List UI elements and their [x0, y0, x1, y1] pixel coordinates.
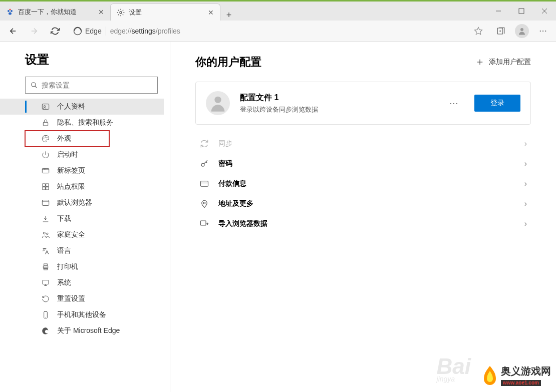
favorite-star-icon[interactable] [474, 27, 483, 36]
profile-more-button[interactable]: ⋯ [444, 98, 464, 109]
sidebar-item-about[interactable]: 关于 Microsoft Edge [0, 323, 164, 339]
lock-icon [41, 119, 50, 127]
tab-settings[interactable]: 设置 ✕ [110, 4, 220, 21]
sidebar-item-languages[interactable]: 语言 [0, 243, 164, 259]
sidebar-item-label: 手机和其他设备 [57, 310, 106, 319]
svg-point-34 [47, 233, 48, 234]
svg-point-4 [120, 12, 122, 14]
titlebar: 百度一下，你就知道 ✕ 设置 ✕ + [0, 2, 556, 21]
minimize-button[interactable] [487, 2, 510, 21]
back-button[interactable] [3, 22, 23, 40]
flame-icon [481, 365, 499, 387]
divider [106, 27, 106, 36]
close-icon[interactable]: ✕ [98, 8, 104, 16]
key-icon [199, 159, 209, 168]
profile-name: 配置文件 1 [240, 93, 434, 103]
sidebar-item-default-browser[interactable]: 默认浏览器 [0, 195, 164, 211]
chevron-right-icon: › [524, 219, 527, 228]
sidebar-item-label: 打印机 [57, 262, 78, 271]
maximize-button[interactable] [510, 2, 533, 21]
palette-icon [41, 135, 50, 143]
download-icon [41, 215, 50, 223]
sidebar-item-label: 启动时 [57, 150, 78, 159]
settings-sidebar: 设置 个人资料 隐私、搜索和服务 外观 启动时 新标签页 站点权限 默认浏览器 … [0, 42, 170, 392]
system-icon [41, 279, 50, 287]
family-icon [41, 231, 50, 239]
search-settings[interactable] [25, 77, 158, 94]
search-input[interactable] [42, 81, 152, 89]
collections-button[interactable] [491, 22, 511, 40]
main: 设置 个人资料 隐私、搜索和服务 外观 启动时 新标签页 站点权限 默认浏览器 … [0, 42, 556, 392]
svg-rect-6 [519, 9, 524, 14]
tab-title: 设置 [129, 8, 142, 17]
svg-rect-27 [43, 184, 45, 186]
svg-rect-37 [44, 268, 48, 270]
language-icon [41, 247, 50, 255]
forward-button[interactable] [24, 22, 44, 40]
setting-row-passwords[interactable]: 密码 › [195, 154, 531, 174]
setting-row-payment[interactable]: 付款信息 › [195, 174, 531, 194]
svg-point-3 [10, 9, 11, 11]
sidebar-item-label: 下载 [57, 214, 71, 223]
sidebar-item-reset[interactable]: 重置设置 [0, 291, 164, 307]
chevron-right-icon: › [524, 199, 527, 208]
close-window-button[interactable] [533, 2, 556, 21]
setting-label: 导入浏览器数据 [218, 219, 515, 228]
svg-rect-47 [201, 181, 208, 187]
svg-rect-30 [46, 187, 49, 190]
edge-label: Edge [85, 27, 102, 35]
sidebar-item-label: 站点权限 [57, 182, 85, 191]
sidebar-item-devices[interactable]: 手机和其他设备 [0, 307, 164, 323]
sidebar-item-appearance[interactable]: 外观 [25, 131, 109, 147]
sidebar-item-privacy[interactable]: 隐私、搜索和服务 [0, 115, 164, 131]
sidebar-item-permissions[interactable]: 站点权限 [0, 179, 164, 195]
svg-point-21 [45, 137, 46, 137]
add-profile-button[interactable]: 添加用户配置 [476, 58, 531, 67]
svg-point-46 [201, 163, 204, 166]
sidebar-item-label: 新标签页 [57, 166, 85, 175]
setting-row-import[interactable]: 导入浏览器数据 › [195, 214, 531, 234]
svg-rect-36 [44, 264, 48, 266]
setting-label: 密码 [218, 159, 515, 168]
sidebar-item-downloads[interactable]: 下载 [0, 211, 164, 227]
browser-icon [41, 199, 50, 207]
svg-rect-38 [43, 280, 49, 284]
sidebar-item-profiles[interactable]: 个人资料 [0, 99, 164, 115]
toolbar: Edge edge://settings/profiles ⋯ [0, 21, 556, 42]
page-title: 你的用户配置 [195, 55, 261, 70]
svg-point-18 [44, 106, 45, 107]
sidebar-item-printers[interactable]: 打印机 [0, 259, 164, 275]
permissions-icon [41, 183, 50, 191]
close-icon[interactable]: ✕ [208, 9, 214, 17]
address-bar[interactable]: Edge edge://settings/profiles [69, 23, 487, 39]
settings-list: 同步 › 密码 › 付款信息 › 地址及更多 › 导入浏览器数据 › [195, 134, 531, 234]
setting-row-addresses[interactable]: 地址及更多 › [195, 194, 531, 214]
edge-identity: Edge [73, 27, 102, 36]
sidebar-item-label: 语言 [57, 246, 71, 255]
sidebar-item-family[interactable]: 家庭安全 [0, 227, 164, 243]
new-tab-button[interactable]: + [220, 10, 237, 21]
svg-point-22 [47, 137, 47, 138]
sidebar-item-system[interactable]: 系统 [0, 275, 164, 291]
gear-icon [117, 9, 125, 17]
svg-point-14 [520, 28, 523, 31]
more-menu-button[interactable]: ⋯ [533, 22, 553, 40]
baidu-watermark: Bai jingya [437, 354, 471, 383]
profile-desc: 登录以跨设备同步浏览数据 [240, 105, 434, 114]
power-icon [41, 151, 50, 159]
profile-button[interactable] [512, 22, 532, 40]
sidebar-item-newtab[interactable]: 新标签页 [0, 163, 164, 179]
printer-icon [41, 263, 50, 271]
setting-row-sync[interactable]: 同步 › [195, 134, 531, 154]
profile-info: 配置文件 1 登录以跨设备同步浏览数据 [240, 93, 434, 114]
login-button[interactable]: 登录 [474, 95, 520, 112]
window-controls [487, 2, 556, 21]
tab-baidu[interactable]: 百度一下，你就知道 ✕ [0, 4, 110, 21]
sidebar-item-startup[interactable]: 启动时 [0, 147, 164, 163]
sidebar-title: 设置 [25, 52, 164, 68]
refresh-button[interactable] [45, 22, 65, 40]
url-text: edge://settings/profiles [110, 27, 180, 35]
chevron-right-icon: › [524, 139, 527, 148]
sidebar-item-label: 默认浏览器 [57, 198, 92, 207]
setting-label: 地址及更多 [218, 199, 515, 208]
